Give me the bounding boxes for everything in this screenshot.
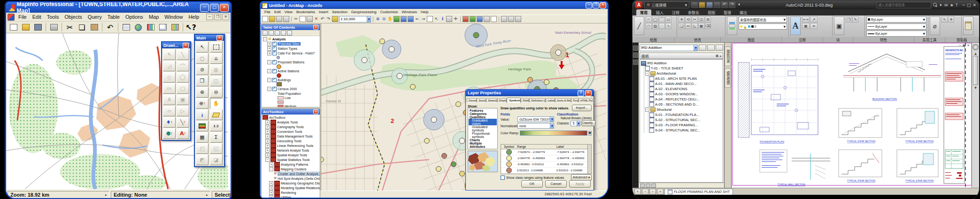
go-to-xy-button[interactable]: ✛ [453,16,458,22]
qat-dropdown-icon[interactable]: ▾ [736,2,742,8]
layer-control-icon[interactable] [196,121,208,131]
lineweight-combo[interactable]: ByLayer▼ [866,31,926,37]
pan-tool-icon[interactable]: ✋ [210,98,223,109]
arctoolbox-tree[interactable]: ArcToolbox +Analysis Tools +Cartography … [262,115,320,199]
arcmap-map-canvas[interactable]: Heritage Park Plaza Heritage Park Nash E… [321,23,608,191]
ribbon-tab[interactable]: 视图 [704,9,719,15]
ribbon-tab[interactable]: 注释 [668,9,683,15]
polyline-icon[interactable]: ⌐ [646,16,652,23]
extra-tool-3[interactable] [515,16,521,22]
point-icon[interactable]: · [659,23,665,29]
layer-checkbox[interactable] [272,51,277,55]
line-style-icon[interactable]: ╲? [177,117,189,128]
toolbox-item[interactable]: Spatial Statistics Tools [277,158,310,161]
autocad-logo-icon[interactable]: A [635,1,642,8]
quick-calc-icon[interactable]: ✛ [948,16,954,23]
measure-icon[interactable]: ⌀ [930,16,940,35]
select-elements-button[interactable]: ↖ [434,16,439,22]
toolset-item[interactable]: Measuring Geographic Distributions [281,182,320,185]
ribbon-tab[interactable]: 参数化 [684,9,703,15]
toolset-item[interactable]: Rendering [281,191,296,194]
plot-button[interactable] [714,2,720,8]
ribbon-tab[interactable]: 管理 [720,9,735,15]
mapinfo-titlebar[interactable]: MapInfo Professional - [TOWN,STREET,WATE… [6,2,231,13]
show-item[interactable]: Multiple Attributes [469,142,497,148]
column-label[interactable]: Label [556,145,591,148]
print-button[interactable] [48,22,59,32]
copy-icon[interactable]: ❏ [679,23,685,29]
dialog-tab[interactable]: Display [497,98,507,102]
drawing-toolbar[interactable]: Drawi... ✕ ↖ ╲ ◿ ⌒ ◇ ◯ ▭ ▢ A ▣ ▱ ▷ ♦? ╲?… [161,41,191,141]
panel-name[interactable]: 注释 [782,37,823,42]
array-icon[interactable]: ▦ [698,23,704,29]
minimize-button[interactable]: ─ [963,3,965,8]
clip-region-icon[interactable]: ◩ [196,154,208,165]
layer-label[interactable]: Potential Sites [278,42,301,46]
help-pointer-button[interactable]: ↖? [185,22,196,32]
layer-label[interactable]: Buildings [278,78,291,82]
toolbox-item[interactable]: Geocoding Tools [277,139,301,143]
ellipse-icon[interactable]: ⬭ [646,23,652,29]
sheet-tree[interactable]: IRD Addition T-01 - TITLE SHEET −Archite… [640,59,723,183]
bulb-icon[interactable] [740,25,742,28]
last-layout-button[interactable]: » [657,189,664,195]
arctoolbox-header[interactable]: ArcToolbox ✕ [262,109,320,115]
save-button[interactable] [706,2,713,8]
communication-center-icon[interactable]: ✉ [944,3,948,8]
restore-button[interactable]: □ [967,3,971,8]
value-combo[interactable]: GiZScore IDW 730107▼ [517,116,554,122]
arc-tool-icon[interactable]: ⌒ [177,61,189,71]
change-view-icon[interactable]: ⊕? [196,98,208,109]
panel-expand-icon[interactable]: ▣ ▴ [716,54,721,58]
show-list[interactable]: Features Categories Quantities Graduated… [468,108,498,149]
copy-button[interactable] [300,16,306,22]
toolset-item[interactable]: Modeling Spatial Relationships [281,186,320,190]
assign-district-icon[interactable]: ◱ [210,143,223,154]
paste-button[interactable] [307,16,313,22]
favorites-icon[interactable]: ★ [950,3,954,8]
linetype-combo[interactable]: ByLayer▼ [866,23,926,30]
ok-button[interactable]: OK [521,180,543,188]
mirror-icon[interactable]: ◫ [698,16,704,23]
show-item[interactable]: Quantities [469,115,497,119]
first-layout-button[interactable]: « [634,189,641,195]
show-ranges-checkbox[interactable] [501,176,505,180]
rounded-rect-tool-icon[interactable]: ▢ [177,83,189,94]
sheetset-palette-icon[interactable] [633,60,638,65]
minimize-button[interactable]: ─ [200,4,209,12]
editing-status-cell[interactable]: Editing: None▴ [111,191,210,199]
rectangle-tool-icon[interactable]: ▭ [163,83,176,94]
footer-icon-1[interactable] [640,184,645,188]
layer-checkbox[interactable] [272,78,277,82]
undo-button[interactable]: ↶ [721,2,728,8]
line-tool-icon[interactable]: ╲ [177,49,189,60]
list-by-selection-icon[interactable] [281,31,286,36]
show-item[interactable]: Features [469,109,497,112]
layer-properties-icon[interactable] [727,16,737,35]
menu-item[interactable]: Geoprocessing [349,10,378,14]
close-icon[interactable]: ✕ [313,25,318,30]
zoom-in-icon[interactable]: ⊕ [196,87,208,98]
menu-item[interactable]: Window [162,14,185,20]
ribbon-tab[interactable]: 常用 [636,9,651,15]
arcmap-titlebar[interactable]: Untitled - ArcMap - ArcInfo ─ ❐ ✕ [261,2,608,9]
classes-combo[interactable]: 5▼ [571,121,580,126]
ruler-tool-icon[interactable]: 1 2 [210,121,223,131]
dialog-tab[interactable]: Definition Query [529,98,546,102]
toolbox-item[interactable]: Data Management Tools [277,135,313,138]
scroll-down-icon[interactable]: ▼ [974,86,977,89]
tool-palette-icon[interactable] [633,53,638,58]
menu-item[interactable]: View [283,10,294,14]
insert-block-icon[interactable]: ▣ [834,16,844,35]
text-style-icon[interactable]: A? [177,128,189,139]
sheet-item[interactable]: A-01 - MAIN AND SECO... [655,82,696,86]
color-ramp-combo[interactable] [520,130,587,136]
new-mapper-button[interactable] [133,22,144,32]
menu-item[interactable]: Insert [317,10,330,14]
catalog-button[interactable] [470,16,476,22]
main-toolbar[interactable]: Main ✕ ↖ ◌ ⌂ ⊘ ◍ ❒ ◫ ⊕ ⊖ ⊕? ✋ i 1 2 ▦ [194,34,225,167]
scale-combo[interactable]: 1:10,000 ▼ [339,16,371,23]
layer-checkbox[interactable] [272,87,277,91]
symbol-style-icon[interactable]: ♦? [163,117,176,128]
scroll-thumb[interactable] [973,56,978,85]
